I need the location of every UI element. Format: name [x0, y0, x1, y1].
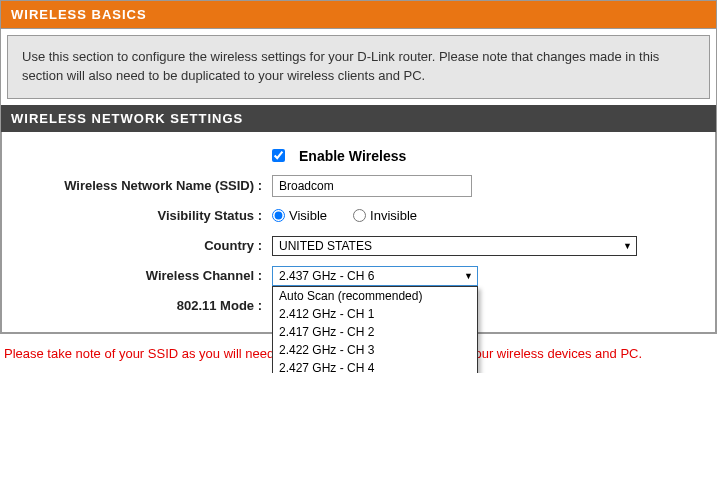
channel-label: Wireless Channel : [12, 268, 272, 283]
visibility-visible-text: Visible [289, 208, 327, 223]
settings-form: Enable Wireless Wireless Network Name (S… [1, 132, 716, 333]
channel-option[interactable]: Auto Scan (recommended) [273, 287, 477, 305]
channel-option[interactable]: 2.412 GHz - CH 1 [273, 305, 477, 323]
visibility-invisible-text: Invisible [370, 208, 417, 223]
visibility-visible-radio[interactable] [272, 209, 285, 222]
country-select[interactable]: UNITED STATES ▼ [272, 236, 637, 256]
channel-option[interactable]: 2.417 GHz - CH 2 [273, 323, 477, 341]
wireless-network-settings-header: WIRELESS NETWORK SETTINGS [1, 105, 716, 132]
mode-label: 802.11 Mode : [12, 298, 272, 313]
ssid-input[interactable] [272, 175, 472, 197]
country-select-value: UNITED STATES [279, 239, 372, 253]
wireless-basics-header: WIRELESS BASICS [1, 1, 716, 29]
enable-wireless-label: Enable Wireless [299, 148, 406, 164]
visibility-invisible-radio[interactable] [353, 209, 366, 222]
wireless-basics-info: Use this section to configure the wirele… [7, 35, 710, 99]
enable-wireless-checkbox[interactable] [272, 149, 285, 162]
channel-option[interactable]: 2.422 GHz - CH 3 [273, 341, 477, 359]
channel-select[interactable]: 2.437 GHz - CH 6 ▼ [272, 266, 478, 286]
channel-dropdown-list[interactable]: Auto Scan (recommended)2.412 GHz - CH 12… [272, 286, 478, 374]
chevron-down-icon: ▼ [623, 238, 632, 254]
channel-option[interactable]: 2.427 GHz - CH 4 [273, 359, 477, 374]
country-label: Country : [12, 238, 272, 253]
channel-select-value: 2.437 GHz - CH 6 [279, 269, 374, 283]
visibility-label: Visibility Status : [12, 208, 272, 223]
ssid-label: Wireless Network Name (SSID) : [12, 178, 272, 193]
chevron-down-icon: ▼ [464, 268, 473, 284]
